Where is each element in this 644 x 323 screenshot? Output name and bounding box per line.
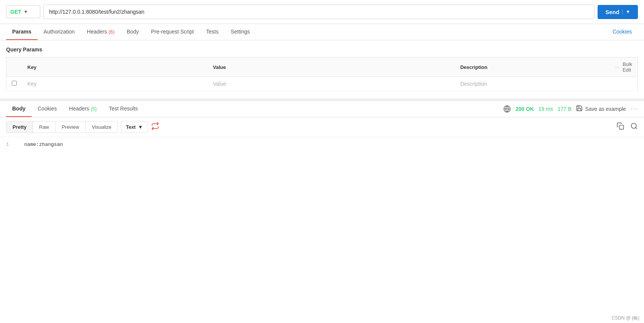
format-tab-preview[interactable]: Preview xyxy=(56,122,86,133)
method-selector[interactable]: GET ▼ xyxy=(6,5,40,18)
params-table: Key Value Description ··· Bulk Edit Key xyxy=(6,57,638,91)
query-params-title: Query Params xyxy=(6,46,638,53)
th-checkbox xyxy=(6,58,22,77)
th-description: Description xyxy=(455,58,610,77)
send-label: Send xyxy=(605,9,619,15)
tab-settings[interactable]: Settings xyxy=(224,24,256,40)
bulk-edit-dots-icon: ··· xyxy=(615,64,620,70)
response-tabs: Body Cookies Headers (5) Test Results 20… xyxy=(0,101,644,117)
tab-headers[interactable]: Headers (6) xyxy=(81,24,121,40)
th-key: Key xyxy=(22,58,208,77)
request-tabs: Params Authorization Headers (6) Body Pr… xyxy=(0,24,644,40)
more-options-icon[interactable]: ··· xyxy=(631,106,638,112)
tab-body[interactable]: Body xyxy=(121,24,145,40)
response-status-bar: 200 OK 19 ms 177 B Save as example ··· xyxy=(503,102,638,116)
format-bar: Pretty Raw Preview Visualize Text ▼ xyxy=(0,117,644,137)
table-row: Key Value Description xyxy=(6,77,638,91)
tab-tests[interactable]: Tests xyxy=(200,24,225,40)
row-value-cell[interactable]: Value xyxy=(208,77,455,91)
method-chevron-icon: ▼ xyxy=(24,9,28,14)
bulk-edit-label[interactable]: Bulk Edit xyxy=(623,61,632,73)
row-checkbox[interactable] xyxy=(12,81,17,86)
wrap-icon[interactable] xyxy=(151,122,159,132)
resp-tab-test-results[interactable]: Test Results xyxy=(103,101,144,117)
response-content: name:zhangsan xyxy=(24,142,63,147)
row-checkbox-cell xyxy=(6,77,22,91)
send-button[interactable]: Send ▼ xyxy=(598,5,638,19)
status-time: 19 ms xyxy=(539,106,553,112)
resp-tab-body[interactable]: Body xyxy=(6,101,32,117)
tab-pre-request[interactable]: Pre-request Script xyxy=(145,24,200,40)
svg-line-3 xyxy=(636,128,637,129)
th-value: Value xyxy=(208,58,455,77)
format-tab-visualize[interactable]: Visualize xyxy=(86,122,118,133)
svg-rect-1 xyxy=(620,125,624,130)
text-dropdown-chevron-icon: ▼ xyxy=(138,124,143,130)
row-key-cell[interactable]: Key xyxy=(22,77,208,91)
send-chevron-icon[interactable]: ▼ xyxy=(622,9,630,14)
format-tab-pretty[interactable]: Pretty xyxy=(6,122,33,133)
text-type-dropdown[interactable]: Text ▼ xyxy=(121,121,148,133)
tab-cookies[interactable]: Cookies xyxy=(606,24,638,40)
format-right-actions xyxy=(617,122,638,132)
globe-icon xyxy=(503,105,511,113)
tab-params[interactable]: Params xyxy=(6,24,38,40)
text-type-label: Text xyxy=(126,124,136,130)
row-bulk-cell xyxy=(610,77,638,91)
save-example-label: Save as example xyxy=(585,106,626,112)
method-value: GET xyxy=(10,9,21,15)
format-tab-raw[interactable]: Raw xyxy=(33,122,56,133)
search-icon[interactable] xyxy=(630,122,638,132)
line-number: 1 xyxy=(6,142,14,147)
status-size: 177 B xyxy=(558,106,572,112)
save-example-button[interactable]: Save as example xyxy=(576,105,626,113)
th-bulk-edit: ··· Bulk Edit xyxy=(610,58,638,77)
copy-icon[interactable] xyxy=(617,122,624,132)
svg-point-2 xyxy=(631,123,636,128)
status-code: 200 OK xyxy=(515,106,534,112)
format-tabs: Pretty Raw Preview Visualize xyxy=(6,121,118,133)
tab-authorization[interactable]: Authorization xyxy=(38,24,81,40)
response-line: 1 name:zhangsan xyxy=(6,142,638,147)
resp-tab-cookies[interactable]: Cookies xyxy=(32,101,63,117)
row-desc-cell[interactable]: Description xyxy=(455,77,610,91)
top-bar: GET ▼ Send ▼ xyxy=(0,0,644,24)
save-icon xyxy=(576,105,583,113)
response-body: 1 name:zhangsan xyxy=(0,137,644,152)
url-input[interactable] xyxy=(43,5,595,19)
query-params-section: Query Params Key Value Description ··· B… xyxy=(0,40,644,91)
resp-tab-headers[interactable]: Headers (5) xyxy=(63,101,103,117)
